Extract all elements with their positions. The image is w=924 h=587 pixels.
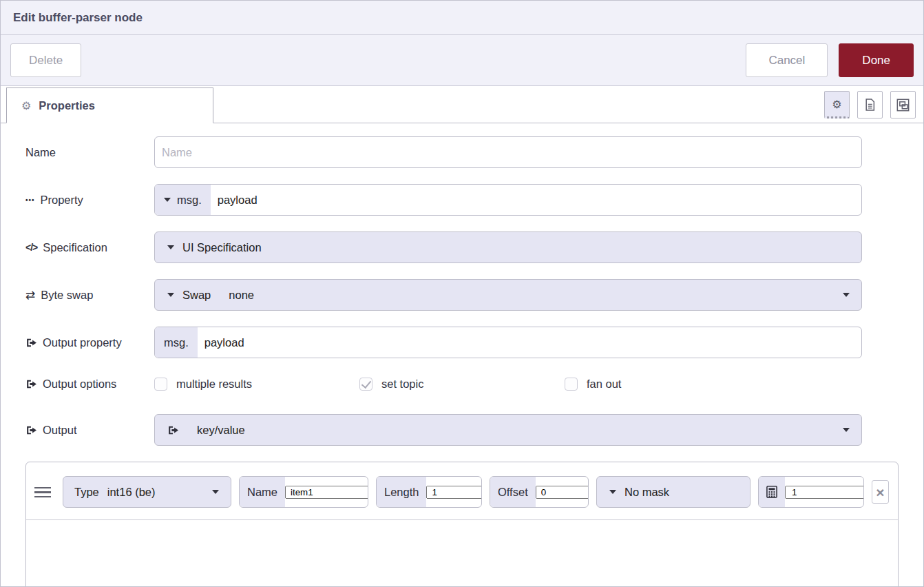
option-set-topic: set topic	[359, 378, 565, 391]
caret-down-icon	[167, 245, 174, 249]
byte-swap-value: none	[229, 289, 254, 302]
caret-down-icon	[167, 293, 174, 297]
name-label: Name	[25, 146, 154, 159]
specification-label: </> Specification	[25, 241, 154, 254]
caret-down-icon	[609, 490, 616, 494]
tab-bar: ⚙ Properties ⚙	[1, 86, 923, 123]
property-label: ••• Property	[25, 194, 154, 207]
output-options-label: Output options	[25, 378, 154, 391]
tab-icon-buttons: ⚙	[824, 91, 916, 119]
item-offset-prefix: Offset	[490, 477, 536, 507]
description-tab-button[interactable]	[857, 91, 883, 119]
item-type-value: int16 (be)	[107, 486, 156, 499]
output-property-input[interactable]	[198, 327, 861, 358]
gear-icon: ⚙	[832, 98, 841, 111]
property-input[interactable]	[211, 185, 861, 215]
edit-node-dialog: Edit buffer-parser node Delete Cancel Do…	[0, 0, 924, 587]
dialog-header: Edit buffer-parser node	[1, 1, 923, 35]
row-property: ••• Property msg.	[25, 184, 899, 216]
code-icon: </>	[25, 242, 37, 253]
object-group-icon	[896, 98, 910, 112]
item-scale-field	[758, 476, 864, 508]
item-offset-field: Offset	[490, 476, 589, 508]
specification-select[interactable]: UI Specification	[154, 231, 862, 263]
properties-tab-button[interactable]: ⚙	[824, 91, 850, 119]
output-label: Output	[25, 424, 154, 437]
item-row: Type int16 (be) Name Length	[26, 462, 898, 520]
fan-out-label: fan out	[587, 378, 621, 391]
ellipsis-icon: •••	[25, 196, 35, 204]
item-mask-value: No mask	[624, 486, 669, 499]
output-property-label: Output property	[25, 336, 154, 349]
tab-properties-label: Properties	[39, 99, 95, 112]
item-offset-input[interactable]	[536, 486, 589, 499]
close-icon: ×	[876, 485, 884, 500]
calculator-icon	[759, 477, 785, 507]
dialog-title: Edit buffer-parser node	[13, 11, 143, 25]
row-byte-swap: ⇄ Byte swap Swap none	[25, 279, 899, 311]
byte-swap-prefix: Swap	[182, 289, 211, 302]
property-type-label: msg.	[177, 194, 202, 207]
item-name-prefix: Name	[240, 477, 285, 507]
caret-down-icon	[843, 293, 850, 297]
dialog-toolbar: Delete Cancel Done	[1, 35, 923, 86]
done-button[interactable]: Done	[839, 43, 914, 77]
appearance-tab-button[interactable]	[890, 91, 916, 119]
tab-properties[interactable]: ⚙ Properties	[6, 87, 213, 123]
items-list: Type int16 (be) Name Length	[25, 462, 899, 586]
row-specification: </> Specification UI Specification	[25, 231, 899, 263]
drag-handle-icon[interactable]	[34, 487, 51, 497]
swap-arrows-icon: ⇄	[25, 288, 35, 302]
output-select[interactable]: key/value	[154, 414, 862, 446]
output-property-type[interactable]: msg.	[155, 327, 198, 358]
caret-down-icon	[212, 490, 219, 494]
multiple-results-checkbox[interactable]	[154, 378, 167, 391]
caret-down-icon	[164, 198, 171, 202]
remove-item-button[interactable]: ×	[872, 480, 889, 504]
gear-icon: ⚙	[21, 99, 31, 112]
item-length-prefix: Length	[377, 477, 426, 507]
output-value: key/value	[197, 424, 245, 437]
form-content: Name ••• Property msg.	[1, 123, 923, 586]
document-icon	[864, 98, 876, 112]
item-length-field: Length	[376, 476, 482, 508]
byte-swap-label: ⇄ Byte swap	[25, 288, 154, 302]
option-fan-out: fan out	[565, 378, 770, 391]
sign-out-icon	[25, 378, 37, 390]
set-topic-checkbox[interactable]	[359, 378, 372, 391]
row-output: Output key/value	[25, 414, 899, 446]
row-output-options: Output options multiple results set topi…	[25, 374, 899, 393]
row-name: Name	[25, 136, 899, 168]
caret-down-icon	[843, 428, 850, 432]
item-mask-select[interactable]: No mask	[596, 476, 750, 508]
item-name-field: Name	[239, 476, 368, 508]
row-output-property: Output property msg.	[25, 327, 899, 358]
property-type-select[interactable]: msg.	[155, 185, 211, 215]
item-type-select[interactable]: Type int16 (be)	[63, 476, 231, 508]
specification-value: UI Specification	[182, 241, 262, 254]
multiple-results-label: multiple results	[176, 378, 252, 391]
delete-button[interactable]: Delete	[10, 43, 81, 77]
item-type-label: Type	[74, 486, 99, 499]
item-name-input[interactable]	[285, 486, 368, 499]
set-topic-label: set topic	[381, 378, 423, 391]
output-options-group: multiple results set topic fan out	[154, 378, 899, 391]
cancel-button[interactable]: Cancel	[746, 43, 828, 77]
item-scale-input[interactable]	[785, 486, 864, 499]
sign-out-icon	[167, 424, 179, 436]
sign-out-icon	[25, 337, 37, 349]
fan-out-checkbox[interactable]	[565, 378, 578, 391]
output-property-type-label: msg.	[164, 336, 189, 349]
name-input[interactable]	[155, 137, 861, 167]
item-length-input[interactable]	[426, 486, 482, 499]
sign-out-icon	[25, 424, 37, 436]
byte-swap-select[interactable]: Swap none	[154, 279, 862, 311]
option-multiple-results: multiple results	[154, 378, 359, 391]
